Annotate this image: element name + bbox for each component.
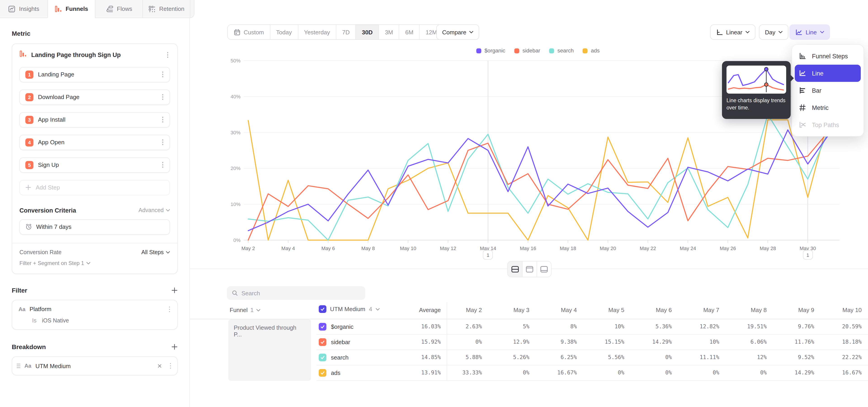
cell-value: 6.06%	[734, 339, 767, 345]
funnel-step-2[interactable]: 2Download Page	[20, 89, 170, 105]
legend-item-sidebar[interactable]: sidebar	[514, 48, 540, 54]
filter-menu-button[interactable]	[167, 305, 172, 314]
funnel-step-4[interactable]: 4App Open	[20, 134, 170, 150]
cell-value: 11.11%	[686, 354, 719, 361]
segment-checkbox[interactable]	[319, 369, 327, 377]
interval-select-button[interactable]: Day	[759, 24, 788, 40]
legend-item-organic[interactable]: $organic	[476, 48, 505, 54]
date-range-3m[interactable]: 3M	[379, 25, 399, 39]
conversion-rate-steps-button[interactable]: All Steps	[141, 249, 170, 255]
svg-text:May 6: May 6	[321, 246, 335, 251]
layout-table-view-button[interactable]	[537, 261, 551, 277]
step-menu-button[interactable]	[160, 70, 165, 79]
tab-insights[interactable]: Insights	[0, 0, 48, 18]
date-range-yesterday[interactable]: Yesterday	[298, 25, 336, 39]
remove-breakdown-button[interactable]: ✕	[155, 362, 164, 370]
menu-item-line[interactable]: Line	[795, 65, 861, 82]
compare-button[interactable]: Compare	[436, 24, 479, 40]
cell-value: 33.33%	[449, 370, 482, 376]
add-breakdown-button[interactable]	[171, 344, 178, 350]
step-menu-button[interactable]	[160, 160, 165, 169]
tab-flows[interactable]: Flows	[95, 0, 143, 18]
date-range-custom[interactable]: Custom	[228, 25, 270, 39]
table-row-sidebar: sidebar15.92%0%12.9%9.38%15.15%14.29%10%…	[190, 335, 868, 350]
svg-text:May 8: May 8	[361, 246, 375, 251]
tab-retention[interactable]: Retention	[143, 0, 190, 18]
tab-funnels[interactable]: Funnels	[48, 0, 95, 18]
date-column-header: May 7	[686, 307, 719, 313]
date-column-header: May 3	[496, 307, 529, 313]
legend-swatch	[549, 48, 554, 53]
segment-select-all-checkbox[interactable]	[319, 305, 327, 313]
cell-value: 18.18%	[829, 339, 862, 345]
cell-value: 5%	[496, 323, 529, 330]
chart-type-button[interactable]: Line	[789, 24, 830, 40]
table-row-organic: $organic16.03%2.63%5%8%10%5.36%12.82%19.…	[190, 319, 868, 335]
menu-item-metric[interactable]: Metric	[792, 99, 864, 116]
menu-item-funnel-steps[interactable]: Funnel Steps	[792, 48, 864, 65]
legend-swatch	[583, 48, 588, 53]
annotation-badge-may-30[interactable]: 1	[803, 250, 813, 259]
date-column-header: May 4	[544, 307, 577, 313]
tabstrip-filler	[190, 0, 194, 18]
cell-value: 2.63%	[449, 323, 482, 330]
funnel-step-1[interactable]: 1Landing Page	[20, 67, 170, 82]
segment-column-label: UTM Medium	[330, 306, 365, 312]
annotation-badge-may-14[interactable]: 1	[483, 250, 493, 259]
drag-handle-icon[interactable]	[17, 364, 20, 368]
menu-item-label: Metric	[812, 104, 829, 111]
line-chart-icon	[798, 70, 807, 77]
date-range-30d[interactable]: 30D	[355, 25, 379, 39]
funnel-step-3[interactable]: 3App Install	[20, 112, 170, 127]
funnel-column-label: Funnel	[230, 307, 248, 313]
step-label: Landing Page	[38, 71, 156, 78]
segment-checkbox[interactable]	[319, 338, 327, 346]
cell-value: 0%	[686, 370, 719, 376]
funnel-step-5[interactable]: 5Sign Up	[20, 157, 170, 173]
date-range-today[interactable]: Today	[270, 25, 298, 39]
tooltip-preview-chart	[726, 66, 786, 94]
funnel-metric-menu-button[interactable]	[165, 50, 170, 60]
conversion-rate-label: Conversion Rate	[20, 249, 61, 255]
legend-label: search	[557, 48, 574, 54]
step-menu-button[interactable]	[160, 92, 165, 102]
segment-name: search	[331, 354, 348, 361]
cell-value: 15.15%	[591, 339, 624, 345]
filter-operator[interactable]: Is	[32, 317, 36, 324]
date-range-7d[interactable]: 7D	[336, 25, 355, 39]
breakdown-section-label: Breakdown	[12, 343, 46, 350]
segment-checkbox[interactable]	[319, 354, 327, 361]
layout-chart-view-button[interactable]	[522, 261, 537, 277]
funnel-column-header[interactable]: Funnel 1	[230, 307, 260, 313]
scale-select-button[interactable]: Linear	[710, 24, 755, 40]
chevron-down-icon[interactable]	[376, 308, 380, 310]
segment-name: ads	[331, 370, 340, 376]
chevron-down-icon	[745, 31, 749, 33]
segment-checkbox[interactable]	[319, 323, 327, 331]
average-column-header: Average	[396, 307, 441, 313]
filter-segment-step-button[interactable]: Filter + Segment on Step 1	[20, 260, 170, 266]
breakdown-card[interactable]: Aa UTM Medium ✕	[12, 356, 178, 375]
tab-label: Flows	[117, 5, 132, 12]
filter-card[interactable]: Aa Platform Is iOS Native	[12, 300, 178, 330]
step-menu-button[interactable]	[160, 115, 165, 124]
insights-icon	[8, 5, 16, 12]
step-menu-button[interactable]	[160, 138, 165, 147]
filter-value[interactable]: iOS Native	[42, 317, 69, 324]
add-step-button[interactable]: Add Step	[20, 180, 170, 195]
conversion-criteria-mode-button[interactable]: Advanced	[138, 207, 170, 214]
legend-item-search[interactable]: search	[549, 48, 574, 54]
add-filter-button[interactable]	[171, 287, 178, 293]
cell-value: 20.59%	[829, 323, 862, 330]
property-type-icon: Aa	[24, 363, 31, 369]
svg-text:30%: 30%	[230, 130, 241, 135]
breakdown-menu-button[interactable]	[168, 361, 173, 371]
search-input[interactable]	[241, 290, 360, 296]
cell-value: 16.67%	[829, 370, 862, 376]
layout-split-view-button[interactable]	[508, 261, 522, 277]
menu-item-bar[interactable]: Bar	[792, 82, 864, 99]
funnel-steps-list: 1Landing Page2Download Page3App Install4…	[20, 67, 170, 173]
legend-item-ads[interactable]: ads	[583, 48, 600, 54]
conversion-window-button[interactable]: Within 7 days	[20, 219, 170, 234]
date-range-6m[interactable]: 6M	[399, 25, 419, 39]
